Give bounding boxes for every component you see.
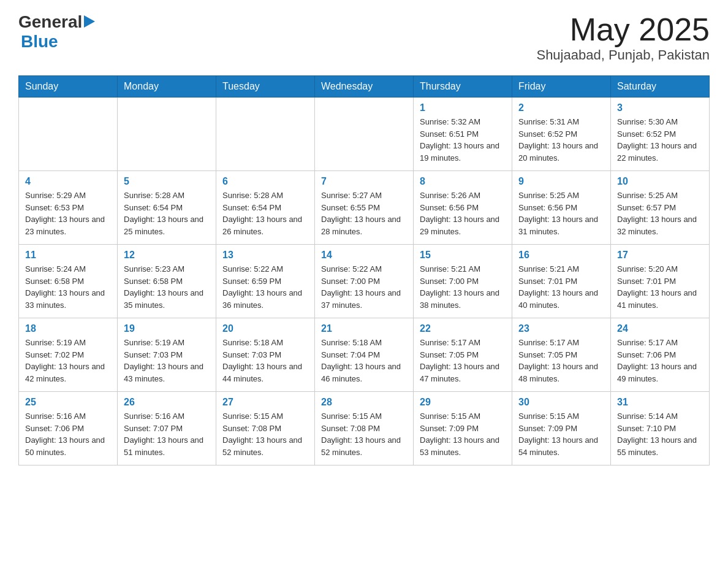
calendar-day-header: Tuesday bbox=[216, 76, 315, 98]
day-info: Sunrise: 5:16 AM Sunset: 7:07 PM Dayligh… bbox=[124, 410, 210, 458]
day-number: 19 bbox=[124, 323, 210, 334]
day-info: Sunrise: 5:22 AM Sunset: 7:00 PM Dayligh… bbox=[321, 263, 407, 311]
calendar-cell: 7Sunrise: 5:27 AM Sunset: 6:55 PM Daylig… bbox=[315, 171, 414, 245]
day-info: Sunrise: 5:32 AM Sunset: 6:51 PM Dayligh… bbox=[420, 116, 506, 164]
calendar-cell: 29Sunrise: 5:15 AM Sunset: 7:09 PM Dayli… bbox=[414, 392, 512, 465]
calendar-week-row: 1Sunrise: 5:32 AM Sunset: 6:51 PM Daylig… bbox=[19, 98, 710, 171]
day-info: Sunrise: 5:31 AM Sunset: 6:52 PM Dayligh… bbox=[518, 116, 604, 164]
calendar-cell: 10Sunrise: 5:25 AM Sunset: 6:57 PM Dayli… bbox=[611, 171, 710, 245]
day-number: 11 bbox=[25, 250, 111, 261]
calendar-cell: 31Sunrise: 5:14 AM Sunset: 7:10 PM Dayli… bbox=[611, 392, 710, 465]
day-info: Sunrise: 5:26 AM Sunset: 6:56 PM Dayligh… bbox=[420, 190, 506, 237]
calendar-day-header: Saturday bbox=[611, 76, 710, 98]
day-info: Sunrise: 5:23 AM Sunset: 6:58 PM Dayligh… bbox=[124, 263, 210, 311]
day-number: 28 bbox=[321, 397, 407, 408]
day-info: Sunrise: 5:25 AM Sunset: 6:56 PM Dayligh… bbox=[518, 190, 604, 237]
day-info: Sunrise: 5:15 AM Sunset: 7:09 PM Dayligh… bbox=[420, 410, 506, 458]
calendar-header-row: SundayMondayTuesdayWednesdayThursdayFrid… bbox=[19, 76, 710, 98]
calendar-cell: 13Sunrise: 5:22 AM Sunset: 6:59 PM Dayli… bbox=[216, 245, 315, 318]
day-number: 13 bbox=[222, 250, 308, 261]
day-info: Sunrise: 5:17 AM Sunset: 7:06 PM Dayligh… bbox=[617, 337, 703, 385]
day-number: 8 bbox=[420, 176, 506, 187]
day-number: 4 bbox=[25, 176, 111, 187]
day-number: 3 bbox=[617, 102, 703, 113]
calendar-day-header: Wednesday bbox=[315, 76, 414, 98]
day-info: Sunrise: 5:18 AM Sunset: 7:04 PM Dayligh… bbox=[321, 337, 407, 385]
calendar-day-header: Friday bbox=[512, 76, 611, 98]
day-number: 12 bbox=[124, 250, 210, 261]
day-number: 9 bbox=[518, 176, 604, 187]
logo-blue-text: Blue bbox=[21, 32, 95, 52]
day-info: Sunrise: 5:19 AM Sunset: 7:02 PM Dayligh… bbox=[25, 337, 111, 385]
calendar-cell: 22Sunrise: 5:17 AM Sunset: 7:05 PM Dayli… bbox=[414, 318, 512, 392]
day-number: 21 bbox=[321, 323, 407, 334]
calendar-cell bbox=[216, 98, 315, 171]
day-info: Sunrise: 5:16 AM Sunset: 7:06 PM Dayligh… bbox=[25, 410, 111, 458]
calendar-cell: 14Sunrise: 5:22 AM Sunset: 7:00 PM Dayli… bbox=[315, 245, 414, 318]
calendar-cell: 6Sunrise: 5:28 AM Sunset: 6:54 PM Daylig… bbox=[216, 171, 315, 245]
day-info: Sunrise: 5:28 AM Sunset: 6:54 PM Dayligh… bbox=[222, 190, 308, 237]
day-number: 30 bbox=[518, 397, 604, 408]
calendar-week-row: 4Sunrise: 5:29 AM Sunset: 6:53 PM Daylig… bbox=[19, 171, 710, 245]
calendar-cell: 23Sunrise: 5:17 AM Sunset: 7:05 PM Dayli… bbox=[512, 318, 611, 392]
calendar-cell: 1Sunrise: 5:32 AM Sunset: 6:51 PM Daylig… bbox=[414, 98, 512, 171]
title-section: May 2025 Shujaabad, Punjab, Pakistan bbox=[536, 12, 710, 63]
day-info: Sunrise: 5:17 AM Sunset: 7:05 PM Dayligh… bbox=[420, 337, 506, 385]
day-number: 27 bbox=[222, 397, 308, 408]
day-info: Sunrise: 5:15 AM Sunset: 7:08 PM Dayligh… bbox=[321, 410, 407, 458]
day-number: 23 bbox=[518, 323, 604, 334]
calendar-cell: 5Sunrise: 5:28 AM Sunset: 6:54 PM Daylig… bbox=[118, 171, 216, 245]
calendar-cell: 25Sunrise: 5:16 AM Sunset: 7:06 PM Dayli… bbox=[19, 392, 118, 465]
day-number: 14 bbox=[321, 250, 407, 261]
calendar-cell: 4Sunrise: 5:29 AM Sunset: 6:53 PM Daylig… bbox=[19, 171, 118, 245]
day-info: Sunrise: 5:18 AM Sunset: 7:03 PM Dayligh… bbox=[222, 337, 308, 385]
calendar-table: SundayMondayTuesdayWednesdayThursdayFrid… bbox=[18, 75, 710, 465]
day-number: 1 bbox=[420, 102, 506, 113]
day-number: 18 bbox=[25, 323, 111, 334]
day-info: Sunrise: 5:21 AM Sunset: 7:00 PM Dayligh… bbox=[420, 263, 506, 311]
calendar-cell: 8Sunrise: 5:26 AM Sunset: 6:56 PM Daylig… bbox=[414, 171, 512, 245]
day-info: Sunrise: 5:22 AM Sunset: 6:59 PM Dayligh… bbox=[222, 263, 308, 311]
calendar-cell: 20Sunrise: 5:18 AM Sunset: 7:03 PM Dayli… bbox=[216, 318, 315, 392]
calendar-cell: 9Sunrise: 5:25 AM Sunset: 6:56 PM Daylig… bbox=[512, 171, 611, 245]
day-number: 6 bbox=[222, 176, 308, 187]
page-header: General Blue May 2025 Shujaabad, Punjab,… bbox=[18, 12, 710, 63]
logo-general-text: General bbox=[18, 12, 82, 32]
calendar-cell bbox=[315, 98, 414, 171]
calendar-cell: 28Sunrise: 5:15 AM Sunset: 7:08 PM Dayli… bbox=[315, 392, 414, 465]
day-number: 17 bbox=[617, 250, 703, 261]
day-number: 20 bbox=[222, 323, 308, 334]
calendar-cell bbox=[118, 98, 216, 171]
calendar-week-row: 11Sunrise: 5:24 AM Sunset: 6:58 PM Dayli… bbox=[19, 245, 710, 318]
calendar-cell: 17Sunrise: 5:20 AM Sunset: 7:01 PM Dayli… bbox=[611, 245, 710, 318]
calendar-cell: 16Sunrise: 5:21 AM Sunset: 7:01 PM Dayli… bbox=[512, 245, 611, 318]
day-number: 2 bbox=[518, 102, 604, 113]
location-text: Shujaabad, Punjab, Pakistan bbox=[536, 47, 710, 63]
day-number: 15 bbox=[420, 250, 506, 261]
day-number: 22 bbox=[420, 323, 506, 334]
day-info: Sunrise: 5:24 AM Sunset: 6:58 PM Dayligh… bbox=[25, 263, 111, 311]
calendar-cell: 15Sunrise: 5:21 AM Sunset: 7:00 PM Dayli… bbox=[414, 245, 512, 318]
day-number: 26 bbox=[124, 397, 210, 408]
calendar-cell: 18Sunrise: 5:19 AM Sunset: 7:02 PM Dayli… bbox=[19, 318, 118, 392]
day-number: 5 bbox=[124, 176, 210, 187]
day-info: Sunrise: 5:27 AM Sunset: 6:55 PM Dayligh… bbox=[321, 190, 407, 237]
month-title: May 2025 bbox=[536, 12, 710, 47]
calendar-week-row: 18Sunrise: 5:19 AM Sunset: 7:02 PM Dayli… bbox=[19, 318, 710, 392]
day-info: Sunrise: 5:21 AM Sunset: 7:01 PM Dayligh… bbox=[518, 263, 604, 311]
calendar-cell bbox=[19, 98, 118, 171]
day-number: 10 bbox=[617, 176, 703, 187]
calendar-day-header: Sunday bbox=[19, 76, 118, 98]
calendar-cell: 30Sunrise: 5:15 AM Sunset: 7:09 PM Dayli… bbox=[512, 392, 611, 465]
calendar-day-header: Monday bbox=[118, 76, 216, 98]
day-info: Sunrise: 5:25 AM Sunset: 6:57 PM Dayligh… bbox=[617, 190, 703, 237]
calendar-week-row: 25Sunrise: 5:16 AM Sunset: 7:06 PM Dayli… bbox=[19, 392, 710, 465]
calendar-cell: 2Sunrise: 5:31 AM Sunset: 6:52 PM Daylig… bbox=[512, 98, 611, 171]
day-number: 7 bbox=[321, 176, 407, 187]
day-info: Sunrise: 5:15 AM Sunset: 7:08 PM Dayligh… bbox=[222, 410, 308, 458]
day-info: Sunrise: 5:17 AM Sunset: 7:05 PM Dayligh… bbox=[518, 337, 604, 385]
calendar-cell: 12Sunrise: 5:23 AM Sunset: 6:58 PM Dayli… bbox=[118, 245, 216, 318]
calendar-cell: 11Sunrise: 5:24 AM Sunset: 6:58 PM Dayli… bbox=[19, 245, 118, 318]
day-number: 24 bbox=[617, 323, 703, 334]
calendar-cell: 26Sunrise: 5:16 AM Sunset: 7:07 PM Dayli… bbox=[118, 392, 216, 465]
